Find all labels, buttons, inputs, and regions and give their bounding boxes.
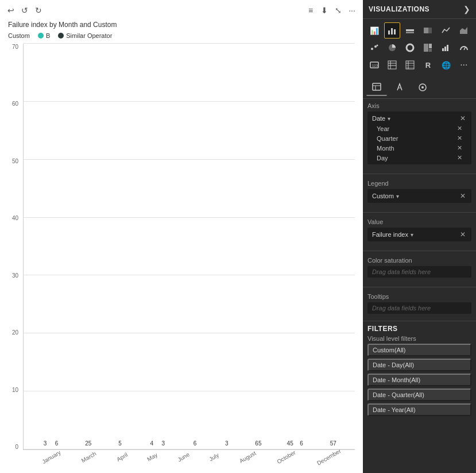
legend-custom-label: Custom [8, 32, 30, 39]
svg-rect-14 [429, 44, 432, 48]
legend-section: Legend Custom ▾ ✕ [363, 176, 476, 210]
viz-scatter[interactable] [366, 40, 382, 56]
tooltips-label: Tooltips [367, 293, 471, 300]
y-label-70: 70 [0, 44, 21, 50]
viz-line-chart[interactable] [438, 22, 454, 39]
refresh-icon[interactable]: ↻ [33, 5, 44, 16]
viz-pie[interactable] [384, 40, 400, 56]
svg-rect-6 [424, 28, 428, 33]
value-section-label: Value [367, 218, 471, 225]
viz-map[interactable]: 🌐 [438, 57, 454, 73]
viz-column-chart[interactable] [384, 22, 400, 39]
axis-date-remove[interactable]: ✕ [459, 114, 467, 122]
filter-custom[interactable]: Custom(All) [367, 344, 471, 356]
axis-quarter-remove[interactable]: ✕ [457, 134, 462, 142]
legend-field-label: Custom [372, 193, 394, 199]
svg-rect-0 [388, 30, 390, 34]
color-saturation-placeholder: Drag data fields here [367, 266, 471, 278]
expand-icon[interactable]: ⤡ [333, 5, 343, 16]
axis-date-dropdown[interactable]: ▾ [388, 116, 390, 122]
legend-b-dot [38, 33, 44, 39]
bars-container: 3625543636545657 [24, 44, 355, 449]
svg-point-36 [421, 86, 424, 89]
viz-table[interactable] [384, 57, 400, 73]
axis-day-label: Day [377, 155, 388, 161]
svg-rect-17 [444, 47, 446, 51]
panel-expand-icon[interactable]: ❯ [463, 5, 470, 14]
filter-date-day[interactable]: Date - Day(All) [367, 359, 471, 371]
forward-icon[interactable]: ↺ [20, 5, 30, 16]
axis-sub-year: Year ✕ [370, 124, 469, 133]
value-section: Value Failure index ▾ ✕ [363, 215, 476, 248]
viz-card[interactable]: 123 [366, 57, 382, 73]
bar-b-value-august: 65 [255, 440, 261, 447]
value-dropdown[interactable]: ▾ [411, 232, 413, 238]
filters-section: FILTERS Visual level filters Custom(All)… [363, 321, 476, 422]
axis-year-remove[interactable]: ✕ [457, 125, 462, 132]
viz-r-visual[interactable]: R [420, 57, 436, 73]
legend-custom-field: Custom ▾ ✕ [370, 191, 469, 201]
color-saturation-label: Color saturation [367, 257, 471, 264]
visualizations-title: VISUALIZATIONS [369, 5, 429, 13]
x-labels: JanuaryMarchAprilMayJuneJulyAugustOctobe… [23, 452, 355, 473]
bar-similar-value-march: 25 [85, 440, 91, 447]
y-label-60: 60 [0, 101, 21, 107]
back-icon[interactable]: ↩ [6, 5, 16, 16]
x-label-may: May [145, 449, 159, 462]
legend-similar: Similar Operator [58, 32, 112, 39]
legend-field-remove[interactable]: ✕ [459, 192, 467, 200]
axis-month-remove[interactable]: ✕ [457, 144, 462, 152]
axis-month-label: Month [377, 145, 394, 152]
x-label-march: March [79, 448, 98, 464]
viz-treemap[interactable] [420, 40, 436, 56]
bar-similar-value-october: 6 [300, 440, 303, 447]
legend-similar-dot [58, 33, 64, 39]
legend-similar-label: Similar Operator [66, 32, 112, 39]
y-label-10: 10 [0, 387, 21, 393]
svg-marker-7 [460, 27, 467, 34]
bar-b-value-october: 45 [287, 440, 293, 447]
tooltips-section: Tooltips Drag data fields here [363, 290, 476, 321]
right-panel: VISUALIZATIONS ❯ 📊 [363, 0, 476, 473]
x-label-april: April [114, 449, 129, 463]
filter-date-quarter[interactable]: Date - Quarter(All) [367, 389, 471, 401]
axis-date-field: Date ▾ ✕ [370, 113, 469, 124]
filter-date-year[interactable]: Date - Year(All) [367, 403, 471, 416]
filter-date-month[interactable]: Date - Month(All) [367, 374, 471, 386]
legend-section-label: Legend [367, 180, 471, 187]
svg-rect-1 [391, 28, 393, 34]
axis-label: Axis [367, 102, 471, 109]
y-label-40: 40 [0, 215, 21, 221]
tab-fields[interactable] [366, 79, 387, 96]
viz-donut[interactable] [402, 40, 418, 56]
viz-stacked-bar[interactable] [402, 22, 418, 39]
svg-point-10 [377, 45, 378, 47]
axis-sub-month: Month ✕ [370, 143, 469, 153]
more-icon[interactable]: ··· [347, 5, 357, 16]
legend-field-container: Custom ▾ ✕ [367, 189, 471, 203]
tab-format[interactable] [389, 79, 410, 96]
tab-icons-row [363, 76, 476, 99]
value-failure-field: Failure index ▾ ✕ [370, 229, 469, 240]
axis-day-remove[interactable]: ✕ [457, 154, 462, 161]
bar-similar-value-may: 3 [161, 440, 165, 447]
viz-bar-chart[interactable]: 📊 [366, 22, 382, 39]
legend-dropdown[interactable]: ▾ [396, 193, 399, 199]
menu-icon[interactable]: ≡ [305, 5, 316, 16]
viz-waterfall[interactable] [438, 40, 454, 56]
bar-b-value-december: 57 [330, 440, 336, 447]
axis-date-field-label: Date [372, 115, 385, 122]
tab-analytics[interactable] [412, 79, 433, 96]
viz-gauge[interactable] [456, 40, 472, 56]
download-icon[interactable]: ⬇ [319, 5, 330, 16]
svg-rect-2 [394, 29, 396, 34]
value-field-label: Failure index [372, 231, 408, 238]
viz-100-bar[interactable] [420, 22, 436, 39]
viz-area-chart[interactable] [456, 22, 472, 39]
viz-more[interactable]: ··· [456, 57, 472, 73]
value-field-remove[interactable]: ✕ [459, 230, 467, 239]
chart-toolbar: ↩ ↺ ↻ ≡ ⬇ ⤡ ··· [0, 0, 363, 21]
svg-point-9 [374, 45, 377, 48]
viz-matrix[interactable] [402, 57, 418, 73]
svg-rect-18 [447, 45, 448, 51]
